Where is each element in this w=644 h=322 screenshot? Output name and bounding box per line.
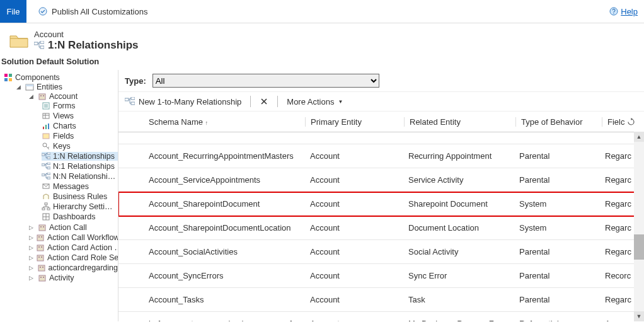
col-primary[interactable]: Primary Entity xyxy=(306,117,405,127)
tree-item[interactable]: Messages xyxy=(38,181,118,192)
tree-item[interactable]: ▷Activity xyxy=(25,273,118,283)
svg-rect-40 xyxy=(38,236,40,238)
tree-item[interactable]: N:1 Relationships xyxy=(38,161,118,171)
svg-rect-53 xyxy=(43,277,44,278)
tree-item[interactable]: 1:N Relationships xyxy=(38,151,118,161)
tree-item[interactable]: ▷Action Card Action … xyxy=(25,243,118,253)
table-row[interactable]: Account_SharepointDocumentAccountSharepo… xyxy=(118,192,644,216)
svg-rect-44 xyxy=(41,246,42,248)
tree-entities[interactable]: ◢Entities◢AccountFormsViewsChartsFieldsK… xyxy=(13,82,118,284)
cell-behavior: System xyxy=(514,199,600,209)
chevron-down-icon: ▼ xyxy=(338,99,343,105)
svg-rect-6 xyxy=(4,74,8,77)
help-icon: ? xyxy=(609,7,618,16)
table-row[interactable]: Account_SyncErrorsAccountSync ErrorParen… xyxy=(118,264,644,288)
grid-header: Schema Name ↑ Primary Entity Related Ent… xyxy=(118,112,644,132)
tree-item[interactable]: ▷Action Card Role Se… xyxy=(25,253,118,263)
table-row[interactable]: Account_SharepointDocumentLocationAccoun… xyxy=(118,216,644,240)
publish-all-button[interactable]: Publish All Customizations xyxy=(33,4,152,19)
svg-rect-38 xyxy=(43,226,44,227)
tree-item[interactable]: Fields xyxy=(38,131,118,141)
svg-rect-20 xyxy=(43,134,49,139)
svg-rect-17 xyxy=(43,127,44,129)
relationship-icon xyxy=(34,41,44,50)
col-related[interactable]: Related Entity xyxy=(405,117,516,127)
svg-rect-16 xyxy=(43,113,49,118)
svg-rect-11 xyxy=(26,84,33,86)
cell-schema: Account_SharepointDocument xyxy=(144,199,305,209)
cell-behavior: System xyxy=(514,223,600,233)
svg-rect-45 xyxy=(37,255,43,261)
tree-item[interactable]: N:N Relationshi… xyxy=(38,171,118,181)
col-schema[interactable]: Schema Name ↑ xyxy=(144,117,306,127)
tree-item[interactable]: Keys xyxy=(38,141,118,151)
tree-item[interactable]: Charts xyxy=(38,121,118,131)
cell-schema: bpf_account_new_mybusinessprocessflow xyxy=(144,319,305,321)
tree-item[interactable]: Dashboards xyxy=(38,212,118,222)
scrollbar-thumb[interactable] xyxy=(634,234,644,260)
type-select[interactable]: All xyxy=(152,74,379,88)
more-actions-button[interactable]: More Actions ▼ xyxy=(287,97,343,106)
cell-schema: Account_SyncErrors xyxy=(144,271,305,280)
tree-item[interactable]: ▷Action Call xyxy=(25,222,118,233)
more-actions-label: More Actions xyxy=(287,97,334,106)
svg-rect-26 xyxy=(47,163,50,164)
table-row[interactable] xyxy=(118,132,644,144)
tree-components[interactable]: Components◢Entities◢AccountFormsViewsCha… xyxy=(0,72,118,284)
svg-rect-14 xyxy=(43,95,44,96)
cell-schema: Account_Tasks xyxy=(144,295,305,304)
tree-item[interactable]: ▷actioncardregarding xyxy=(25,263,118,273)
relationship-icon xyxy=(125,97,135,106)
help-label: Help xyxy=(621,7,638,16)
svg-rect-41 xyxy=(41,236,42,238)
svg-rect-27 xyxy=(47,167,50,169)
svg-rect-25 xyxy=(42,164,45,166)
svg-rect-23 xyxy=(47,152,50,154)
svg-rect-37 xyxy=(40,226,42,227)
svg-rect-12 xyxy=(39,94,45,100)
header-entity: Account xyxy=(34,30,139,39)
cell-related: Service Activity xyxy=(403,175,514,185)
cell-related: Recurring Appointment xyxy=(403,151,514,161)
cell-behavior: Parental xyxy=(514,271,600,280)
toolbar-separator xyxy=(277,96,278,107)
cell-schema: Account_RecurringAppointmentMasters xyxy=(144,151,305,161)
file-menu[interactable]: File xyxy=(0,0,26,23)
table-row[interactable]: Account_SocialActivitiesAccountSocial Ac… xyxy=(118,240,644,264)
svg-rect-34 xyxy=(47,208,50,210)
cell-related: Task xyxy=(403,295,514,304)
new-relationship-button[interactable]: New 1-to-Many Relationship xyxy=(125,97,241,106)
tree-item[interactable]: ▷Action Call Workflow xyxy=(25,233,118,243)
tree-item[interactable]: Forms xyxy=(38,101,118,111)
delete-button[interactable] xyxy=(260,97,268,106)
sidebar: Components◢Entities◢AccountFormsViewsCha… xyxy=(0,70,118,321)
cell-primary: Account xyxy=(305,175,403,185)
table-row[interactable]: bpf_account_new_mybusinessprocessflowAcc… xyxy=(118,312,644,321)
solution-label: Solution Default Solution xyxy=(0,55,644,70)
svg-rect-9 xyxy=(9,78,12,81)
table-row[interactable]: Account_RecurringAppointmentMastersAccou… xyxy=(118,144,644,168)
table-row[interactable]: Account_ServiceAppointmentsAccountServic… xyxy=(118,168,644,192)
scroll-down-button[interactable]: ▼ xyxy=(634,311,644,321)
svg-text:?: ? xyxy=(612,8,616,15)
folder-icon xyxy=(9,32,29,50)
scrollbar-track[interactable] xyxy=(634,132,644,321)
tree-account[interactable]: ◢AccountFormsViewsChartsFieldsKeys1:N Re… xyxy=(25,91,118,222)
cell-primary: Account xyxy=(305,271,403,280)
table-row[interactable]: Account_TasksAccountTaskParentalRegarc xyxy=(118,288,644,312)
col-field[interactable]: Fielc xyxy=(602,117,644,127)
tree-item[interactable]: Hierarchy Setti… xyxy=(38,202,118,212)
help-link[interactable]: ? Help xyxy=(609,7,638,16)
cell-schema: Account_SharepointDocumentLocation xyxy=(144,223,305,233)
svg-rect-28 xyxy=(42,174,45,176)
publish-all-label: Publish All Customizations xyxy=(52,7,147,16)
tree-item[interactable]: Views xyxy=(38,111,118,121)
scroll-up-button[interactable]: ▲ xyxy=(634,132,644,142)
refresh-icon[interactable] xyxy=(627,118,635,126)
svg-rect-3 xyxy=(34,42,38,45)
col-behavior[interactable]: Type of Behavior xyxy=(516,117,602,127)
tree-item[interactable]: Business Rules xyxy=(38,192,118,202)
svg-point-0 xyxy=(39,8,47,15)
svg-rect-42 xyxy=(37,245,43,251)
cell-schema: Account_ServiceAppointments xyxy=(144,175,305,185)
